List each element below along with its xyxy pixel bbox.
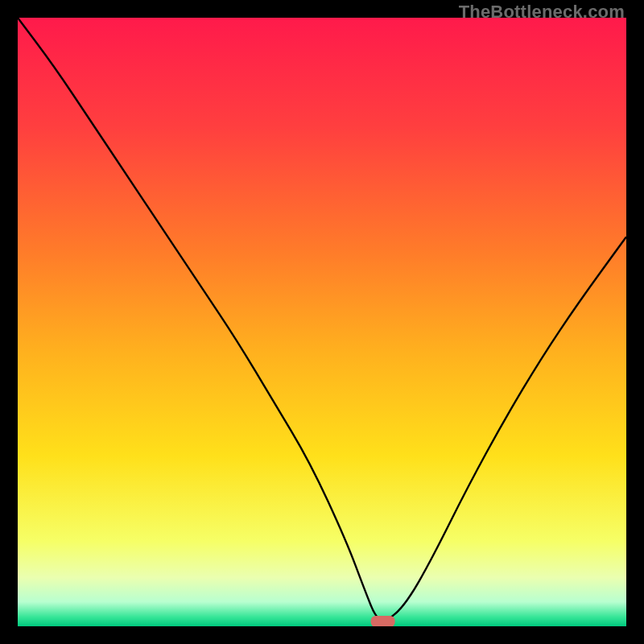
bottleneck-chart	[18, 18, 626, 626]
gradient-background	[18, 18, 626, 626]
chart-frame	[18, 18, 626, 626]
optimal-marker	[371, 616, 395, 626]
